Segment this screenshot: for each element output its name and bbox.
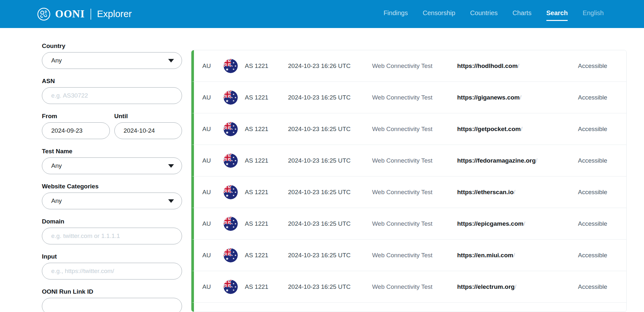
table-row[interactable]: AU AS 1221	[191, 208, 626, 240]
table-row[interactable]: AU AS 1221	[191, 145, 626, 176]
measurement-url: https://en.miui.com/	[457, 252, 578, 259]
status-badge: Accessible	[578, 252, 613, 259]
ooni-run-link-id-input[interactable]	[42, 298, 182, 312]
domain-label: Domain	[42, 218, 182, 225]
status-badge: Accessible	[578, 126, 613, 133]
nav-search[interactable]: Search	[546, 7, 568, 21]
status-badge: Accessible	[578, 189, 613, 196]
url-trailing-slash: /	[514, 283, 516, 290]
test-name: Web Connectivity Test	[372, 252, 457, 259]
australia-flag-icon	[224, 59, 238, 73]
from-date-input[interactable]	[42, 122, 110, 139]
ooni-octopus-icon	[37, 7, 51, 21]
country-select[interactable]: Any	[42, 52, 182, 69]
country-code: AU	[202, 252, 224, 259]
asn-value: AS 1221	[245, 189, 288, 196]
measurement-date: 2024-10-23 16:26 UTC	[288, 62, 372, 70]
nav-countries[interactable]: Countries	[470, 7, 498, 21]
test-name: Web Connectivity Test	[372, 157, 457, 164]
measurement-date: 2024-10-23 16:25 UTC	[288, 157, 372, 164]
test-name: Web Connectivity Test	[372, 189, 457, 196]
country-code: AU	[202, 189, 224, 196]
status-badge: Accessible	[578, 283, 613, 290]
status-badge: Accessible	[578, 157, 613, 164]
brand-subtitle: Explorer	[97, 9, 132, 19]
measurement-url: https://giganews.com/	[457, 94, 578, 101]
main-nav: Findings Censorship Countries Charts Sea…	[383, 7, 604, 21]
country-code: AU	[202, 220, 224, 227]
measurement-url: https://epicgames.com/	[457, 220, 578, 227]
measurement-date: 2024-10-23 16:25 UTC	[288, 126, 372, 133]
asn-input[interactable]	[42, 87, 182, 104]
asn-value: AS 1221	[245, 157, 288, 164]
brand-divider	[91, 9, 91, 20]
website-categories-select[interactable]: Any	[42, 193, 182, 209]
table-row[interactable]: AU AS 1221	[191, 50, 626, 82]
nav-censorship[interactable]: Censorship	[423, 7, 455, 21]
table-row[interactable]: AU AS 1221	[191, 176, 626, 208]
measurement-url: https://electrum.org/	[457, 283, 578, 290]
test-name-select-value: Any	[51, 162, 62, 169]
table-row[interactable]: AU AS 1221	[191, 113, 626, 145]
test-name-select[interactable]: Any	[42, 157, 182, 174]
test-name: Web Connectivity Test	[372, 62, 457, 70]
test-name: Web Connectivity Test	[372, 283, 457, 290]
country-label: Country	[42, 43, 182, 50]
chevron-down-icon	[168, 59, 174, 62]
until-label: Until	[114, 113, 182, 120]
measurement-url: https://hodlhodl.com/	[457, 62, 578, 70]
asn-value: AS 1221	[245, 283, 288, 290]
country-code: AU	[202, 157, 224, 164]
status-badge: Accessible	[578, 62, 613, 70]
nav-findings[interactable]: Findings	[383, 7, 408, 21]
measurement-date: 2024-10-23 16:25 UTC	[288, 220, 372, 227]
country-code: AU	[202, 62, 224, 70]
test-name: Web Connectivity Test	[372, 94, 457, 101]
language-selector[interactable]: English	[582, 7, 604, 21]
australia-flag-icon	[224, 90, 238, 105]
domain-input[interactable]	[42, 228, 182, 244]
ooni-run-link-id-label: OONI Run Link ID	[42, 288, 182, 295]
asn-label: ASN	[42, 78, 182, 85]
url-trailing-slash: /	[518, 62, 519, 69]
measurement-date: 2024-10-23 16:25 UTC	[288, 94, 372, 101]
status-badge: Accessible	[578, 94, 613, 101]
nav-charts[interactable]: Charts	[513, 7, 532, 21]
results-list: AU AS 1221	[191, 50, 626, 303]
measurement-url: https://etherscan.io/	[457, 189, 578, 196]
ooni-explorer-logo[interactable]: OONI Explorer	[37, 7, 132, 21]
test-name: Web Connectivity Test	[372, 126, 457, 133]
url-trailing-slash: /	[536, 157, 537, 164]
country-select-value: Any	[51, 57, 62, 64]
country-code: AU	[202, 126, 224, 133]
brand-name: OONI	[55, 8, 85, 20]
url-trailing-slash: /	[513, 252, 515, 259]
measurement-date: 2024-10-23 16:25 UTC	[288, 283, 372, 290]
chevron-down-icon	[168, 164, 174, 168]
table-row-partial[interactable]	[191, 303, 626, 312]
australia-flag-icon	[224, 185, 238, 199]
measurement-url: https://getpocket.com/	[457, 126, 578, 133]
until-date-input[interactable]	[114, 122, 182, 139]
url-trailing-slash: /	[514, 189, 515, 195]
chevron-down-icon	[168, 199, 174, 203]
table-row[interactable]: AU AS 1221	[191, 271, 626, 303]
status-badge: Accessible	[578, 220, 613, 227]
input-label: Input	[42, 253, 182, 260]
asn-value: AS 1221	[245, 94, 288, 101]
country-code: AU	[202, 94, 224, 101]
website-categories-select-value: Any	[51, 197, 62, 204]
search-filter-sidebar: Country Any ASN From Until Test Name Any	[42, 43, 182, 312]
measurement-date: 2024-10-23 16:25 UTC	[288, 189, 372, 196]
asn-value: AS 1221	[245, 126, 288, 133]
input-url-input[interactable]	[42, 263, 182, 279]
asn-value: AS 1221	[245, 252, 288, 259]
country-code: AU	[202, 283, 224, 290]
top-navbar: OONI Explorer Findings Censorship Countr…	[0, 0, 644, 28]
measurement-date: 2024-10-23 16:25 UTC	[288, 252, 372, 259]
test-name: Web Connectivity Test	[372, 220, 457, 227]
asn-value: AS 1221	[245, 62, 288, 70]
measurement-results-card: AU AS 1221	[191, 50, 627, 312]
table-row[interactable]: AU AS 1221	[191, 240, 626, 271]
table-row[interactable]: AU AS 1221	[191, 82, 626, 113]
